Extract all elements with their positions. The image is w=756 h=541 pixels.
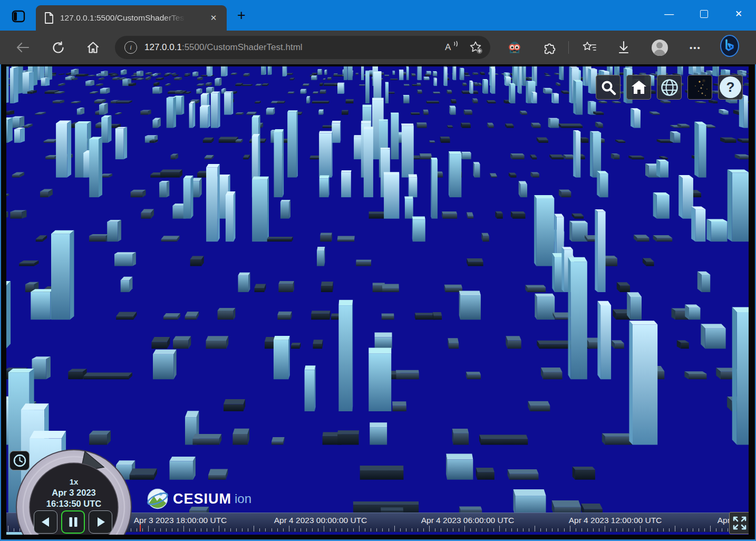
timeline-tick bbox=[172, 528, 172, 532]
cesium-globe-icon bbox=[147, 488, 169, 510]
timeline-tick bbox=[453, 528, 453, 532]
timeline-tick bbox=[347, 528, 348, 532]
timeline-tick bbox=[154, 528, 155, 532]
timeline-tick bbox=[160, 528, 161, 532]
timeline-tick bbox=[464, 526, 465, 532]
help-button[interactable]: ? bbox=[718, 75, 743, 100]
url-text[interactable]: 127.0.0.1:5500/CustomShaderTest.html bbox=[144, 42, 440, 53]
timeline-tick bbox=[295, 528, 295, 532]
timeline-tick bbox=[470, 528, 471, 532]
browser-tab[interactable]: 127.0.0.1:5500/CustomShaderTes ✕ bbox=[36, 5, 227, 31]
timeline-tick bbox=[511, 528, 512, 532]
back-arrow-icon bbox=[16, 42, 30, 53]
play-reverse-button[interactable] bbox=[34, 510, 57, 534]
play-forward-button[interactable] bbox=[89, 510, 112, 534]
timeline-tick bbox=[529, 528, 529, 532]
timeline-tick bbox=[301, 528, 301, 532]
home-view-button[interactable] bbox=[626, 75, 651, 100]
url-host: 127.0.0.1 bbox=[144, 42, 182, 52]
timeline-current-time-marker bbox=[140, 525, 141, 532]
cesium-viewer-canvas[interactable]: ? CESIUM ion Apr 3 2023 18:00:00 UTCApr … bbox=[6, 66, 749, 535]
puzzle-icon bbox=[543, 41, 557, 55]
timeline-tick bbox=[704, 528, 705, 532]
window-controls: — ✕ bbox=[652, 0, 756, 27]
timeline-tick bbox=[710, 526, 711, 532]
minimize-button[interactable]: — bbox=[652, 0, 686, 27]
pause-button[interactable] bbox=[61, 510, 85, 534]
back-button[interactable] bbox=[14, 38, 32, 56]
base-layer-picker-button[interactable] bbox=[687, 75, 712, 100]
timeline-tick bbox=[283, 528, 284, 532]
read-aloud-button[interactable]: A bbox=[445, 42, 459, 53]
timeline-tick bbox=[394, 526, 395, 532]
page-favicon-icon bbox=[44, 12, 54, 24]
extensions-button[interactable] bbox=[540, 38, 559, 57]
timeline-tick bbox=[336, 528, 336, 532]
timeline-tick bbox=[564, 528, 565, 532]
timeline-tick bbox=[342, 528, 342, 532]
timeline-tick bbox=[318, 528, 318, 532]
realtime-clock-button[interactable] bbox=[9, 451, 30, 470]
close-button[interactable]: ✕ bbox=[721, 0, 756, 27]
timeline-tick bbox=[681, 528, 682, 532]
timeline-tick-label: Apr 4 2023 12:00:00 UTC bbox=[569, 516, 662, 525]
timeline-tick bbox=[400, 528, 401, 532]
timeline-tick bbox=[599, 528, 599, 532]
timeline-tick bbox=[687, 528, 687, 532]
timeline-tick bbox=[259, 528, 260, 532]
timeline-tick bbox=[365, 528, 365, 532]
timeline-tick bbox=[412, 528, 412, 532]
timeline-tick bbox=[616, 528, 617, 532]
avatar bbox=[652, 40, 668, 56]
timeline-tick bbox=[195, 528, 196, 532]
timeline-tick bbox=[459, 528, 459, 532]
profile-button[interactable] bbox=[650, 38, 669, 57]
timeline-tick bbox=[359, 526, 360, 532]
address-bar[interactable]: i 127.0.0.1:5500/CustomShaderTest.html A bbox=[115, 36, 490, 59]
clock-icon bbox=[13, 453, 27, 468]
timeline-tick-label: Apr 4 2023 00:00:00 UTC bbox=[274, 516, 367, 525]
timeline-tick bbox=[476, 528, 477, 532]
browser-home-button[interactable] bbox=[84, 38, 102, 56]
timeline-tick bbox=[728, 528, 728, 532]
settings-menu-button[interactable]: ••• bbox=[686, 38, 705, 57]
reload-button[interactable] bbox=[49, 38, 67, 56]
timeline-tick bbox=[324, 526, 324, 532]
favorites-button[interactable] bbox=[580, 38, 599, 57]
geocoder-search-button[interactable] bbox=[596, 75, 621, 100]
bing-chat-button[interactable] bbox=[720, 36, 739, 55]
timeline-tick bbox=[593, 528, 594, 532]
maximize-button[interactable] bbox=[686, 0, 721, 27]
ion-wordmark: ion bbox=[235, 491, 251, 506]
extension-robot-button[interactable] bbox=[505, 38, 524, 57]
fullscreen-button[interactable] bbox=[729, 512, 749, 534]
url-path: :5500/CustomShaderTest.html bbox=[182, 42, 303, 52]
timeline-tick bbox=[429, 526, 430, 532]
site-info-icon[interactable]: i bbox=[124, 41, 137, 54]
tab-actions-menu-button[interactable] bbox=[11, 9, 26, 23]
downloads-button[interactable] bbox=[614, 38, 633, 57]
timeline-tick bbox=[213, 528, 214, 532]
new-tab-button[interactable]: + bbox=[232, 6, 250, 24]
read-aloud-letter: A bbox=[445, 42, 451, 52]
add-favorite-button[interactable] bbox=[469, 41, 483, 54]
timeline-tick bbox=[652, 528, 652, 532]
timeline-tick bbox=[546, 528, 547, 532]
timeline-tick bbox=[634, 528, 635, 532]
timeline-tick bbox=[441, 528, 441, 532]
timeline-tick bbox=[716, 528, 716, 532]
scene-mode-picker-button[interactable] bbox=[657, 75, 682, 100]
cesium-ion-credit[interactable]: CESIUM ion bbox=[147, 488, 251, 510]
tab-title: 127.0.0.1:5500/CustomShaderTes bbox=[60, 13, 186, 23]
tab-close-icon[interactable]: ✕ bbox=[207, 11, 220, 25]
timeline-tick bbox=[640, 526, 641, 532]
timeline-tick bbox=[605, 526, 605, 532]
animation-time-label: 16:13:50 UTC bbox=[21, 499, 127, 509]
timeline-tick bbox=[418, 528, 418, 532]
timeline-tick bbox=[254, 526, 254, 532]
scene-mode-globe-icon bbox=[661, 79, 679, 96]
favorites-star-list-icon bbox=[582, 41, 597, 54]
toolbar-divider bbox=[568, 41, 569, 54]
timeline-tick bbox=[488, 528, 488, 532]
pause-icon bbox=[67, 516, 80, 528]
